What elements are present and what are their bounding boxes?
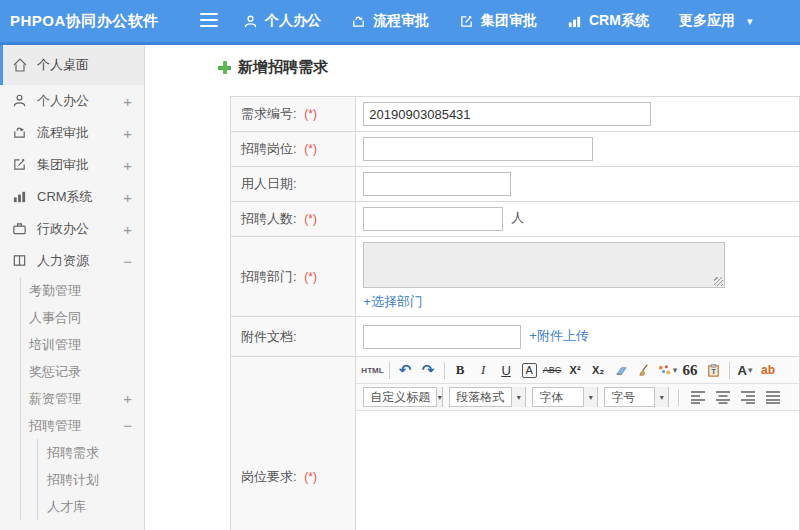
blockquote-button[interactable]: 66 [680, 360, 701, 381]
demand-no-input[interactable] [363, 102, 651, 126]
field-label: 附件文档: [241, 329, 297, 344]
sidebar-subitem-label: 人才库 [47, 498, 86, 516]
sidebar-subitem-talent-pool[interactable]: 人才库 [38, 493, 144, 520]
edit-icon [459, 14, 474, 29]
nav-label: 更多应用 [679, 12, 735, 30]
caret-down-icon: ▾ [673, 365, 678, 375]
nav-group-approval[interactable]: 集团审批 [459, 12, 537, 30]
position-input[interactable] [363, 137, 593, 161]
hamburger-menu-icon[interactable] [200, 13, 218, 29]
expand-plus-icon[interactable]: + [123, 157, 132, 174]
font-color-button[interactable]: A▾ [735, 360, 756, 381]
department-textarea[interactable] [363, 242, 725, 288]
headcount-unit: 人 [511, 210, 524, 225]
custom-title-dropdown[interactable]: 自定义标题 ▾ [363, 387, 443, 407]
sidebar-item-admin-office[interactable]: 行政办公 + [0, 213, 144, 245]
upload-attachment-link[interactable]: +附件上传 [529, 328, 589, 343]
sidebar-item-crm-system[interactable]: CRM系统 + [0, 181, 144, 213]
sidebar-subitem-training[interactable]: 培训管理 [21, 331, 144, 358]
sidebar-item-group-approval[interactable]: 集团审批 + [0, 149, 144, 181]
caret-down-icon[interactable]: ▾ [747, 15, 753, 28]
superscript-button[interactable]: X² [565, 360, 586, 381]
bold-button[interactable]: B [450, 360, 471, 381]
font-family-dropdown[interactable]: 字体 ▾ [532, 387, 598, 407]
align-justify-icon[interactable] [762, 387, 783, 408]
sidebar-item-label: 个人桌面 [37, 56, 89, 74]
editor-toolbar-row1: HTML ↶ ↷ B I U A ABC X² X₂ [356, 357, 799, 384]
bar-chart-icon [12, 189, 28, 205]
sidebar-item-label: 行政办公 [37, 220, 89, 238]
rich-text-editor: HTML ↶ ↷ B I U A ABC X² X₂ [355, 356, 800, 530]
paragraph-format-dropdown[interactable]: 段落格式 ▾ [449, 387, 526, 407]
sidebar-subitem-hr-contract[interactable]: 人事合同 [21, 304, 144, 331]
attachment-input[interactable] [363, 325, 521, 349]
sidebar-item-personal-desktop[interactable]: 个人桌面 [0, 45, 144, 85]
background-color-button[interactable]: ab [758, 360, 779, 381]
sidebar-subitem-recruitment[interactable]: 招聘管理 − [21, 412, 144, 439]
page-header: 新增招聘需求 [218, 58, 328, 77]
caret-down-icon: ▾ [654, 387, 668, 407]
redo-icon[interactable]: ↷ [418, 360, 439, 381]
form-row-attachment: 附件文档: +附件上传 [231, 317, 800, 357]
briefcase-icon [12, 221, 28, 237]
form-row-department: 招聘部门: (*) +选择部门 [231, 237, 800, 317]
field-label: 需求编号: [241, 106, 297, 121]
sidebar-subitem-salary[interactable]: 薪资管理 + [21, 385, 144, 412]
expand-plus-icon[interactable]: + [123, 189, 132, 206]
sidebar-item-personal-office[interactable]: 个人办公 + [0, 85, 144, 117]
nav-crm-system[interactable]: CRM系统 [567, 12, 649, 30]
italic-button[interactable]: I [473, 360, 494, 381]
format-painter-icon[interactable]: ▾ [657, 360, 678, 381]
nav-workflow-approval[interactable]: 流程审批 [351, 12, 429, 30]
headcount-input[interactable] [363, 207, 503, 231]
undo-icon[interactable]: ↶ [395, 360, 416, 381]
resize-handle-icon[interactable] [714, 277, 723, 286]
editor-content-area[interactable] [356, 411, 799, 530]
page-title: 新增招聘需求 [238, 58, 328, 77]
subscript-button[interactable]: X₂ [588, 360, 609, 381]
font-border-button[interactable]: A [522, 363, 537, 378]
paste-icon[interactable]: T [703, 360, 724, 381]
person-icon [243, 14, 258, 29]
sidebar-subitem-label: 薪资管理 [29, 390, 81, 408]
sidebar-subitem-label: 招聘需求 [47, 444, 99, 462]
strikethrough-button[interactable]: ABC [542, 360, 563, 381]
collapse-minus-icon[interactable]: − [123, 417, 132, 434]
select-department-link[interactable]: +选择部门 [363, 294, 423, 309]
main-content: 新增招聘需求 需求编号: (*) 招聘岗位: (*) 用人日期: [145, 45, 800, 530]
sidebar-subitem-rewards[interactable]: 奖惩记录 [21, 358, 144, 385]
collapse-minus-icon[interactable]: − [123, 253, 132, 270]
nav-label: 个人办公 [265, 12, 321, 30]
form-row-demand-no: 需求编号: (*) [231, 97, 800, 132]
nav-personal-office[interactable]: 个人办公 [243, 12, 321, 30]
person-icon [12, 93, 28, 109]
nav-more-apps[interactable]: 更多应用 [679, 12, 735, 30]
html-source-button[interactable]: HTML [361, 360, 383, 381]
eraser-icon[interactable] [611, 360, 632, 381]
sidebar-subitem-recruit-plan[interactable]: 招聘计划 [38, 466, 144, 493]
align-left-icon[interactable] [687, 387, 708, 408]
field-label: 岗位要求: [241, 469, 297, 484]
nav-label: 集团审批 [481, 12, 537, 30]
sidebar-item-label: 人力资源 [37, 252, 89, 270]
required-mark: (*) [304, 107, 317, 121]
expand-plus-icon[interactable]: + [123, 221, 132, 238]
expand-plus-icon[interactable]: + [123, 390, 132, 407]
hire-date-input[interactable] [363, 172, 511, 196]
recruitment-submenu: 招聘需求 招聘计划 人才库 [37, 439, 144, 520]
font-size-dropdown[interactable]: 字号 ▾ [604, 387, 669, 407]
align-center-icon[interactable] [712, 387, 733, 408]
expand-plus-icon[interactable]: + [123, 125, 132, 142]
clean-format-broom-icon[interactable] [634, 360, 655, 381]
home-icon [12, 57, 28, 73]
sidebar-subitem-attendance[interactable]: 考勤管理 [21, 277, 144, 304]
underline-button[interactable]: U [496, 360, 517, 381]
sidebar-item-label: 个人办公 [37, 92, 89, 110]
sidebar-item-label: CRM系统 [37, 188, 93, 206]
sidebar-subitem-recruit-demand[interactable]: 招聘需求 [38, 439, 144, 466]
align-right-icon[interactable] [737, 387, 758, 408]
expand-plus-icon[interactable]: + [123, 93, 132, 110]
sidebar-item-human-resources[interactable]: 人力资源 − [0, 245, 144, 277]
sidebar-item-workflow-approval[interactable]: 流程审批 + [0, 117, 144, 149]
edit-icon [12, 157, 28, 173]
